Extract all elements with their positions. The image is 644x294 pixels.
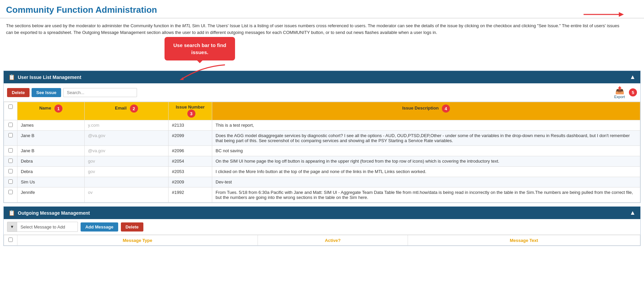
col-header-email: Email 2 xyxy=(85,102,169,120)
tooltip-bubble: Use search bar to find issues. xyxy=(165,37,235,60)
row-checkbox[interactable] xyxy=(8,148,13,153)
col-header-issue-desc: Issue Description 4 xyxy=(212,102,640,120)
issue-table-header-row: Name 1 Email 2 Issue Number 3 Issue Desc… xyxy=(4,102,640,120)
svg-marker-1 xyxy=(619,12,624,17)
issue-table-body: James y.com #2133 This is a test report,… xyxy=(4,120,640,203)
col-header-name: Name 1 xyxy=(17,102,85,120)
row-name: Jane B xyxy=(17,146,85,156)
row-issue-number: #2054 xyxy=(169,156,212,167)
row-issue-desc: From Tues. 5/18 from 6:30a Pacific with … xyxy=(212,187,640,203)
page-title: Community Function Administration xyxy=(6,5,638,15)
row-issue-number: #2099 xyxy=(169,131,212,146)
outgoing-panel: 📋 Outgoing Message Management ▲ ▼ Select… xyxy=(3,206,641,246)
user-issue-panel-title: User Issue List Management xyxy=(18,75,81,80)
row-issue-number: #2053 xyxy=(169,167,212,177)
row-name: James xyxy=(17,120,85,131)
table-row: Debra gov #2054 On the SIM UI home page … xyxy=(4,156,640,167)
row-issue-number: #1992 xyxy=(169,187,212,203)
delete-button[interactable]: Delete xyxy=(7,88,30,97)
step-2-badge: 2 xyxy=(130,104,138,113)
search-input[interactable] xyxy=(63,88,137,97)
issue-table: Name 1 Email 2 Issue Number 3 Issue Desc… xyxy=(4,102,640,203)
panel-header-left: 📋 User Issue List Management xyxy=(8,74,81,80)
outgoing-collapse-btn[interactable]: ▲ xyxy=(630,209,636,216)
outgoing-table-wrapper: Message Type Active? Message Text xyxy=(4,235,640,246)
page-header: Community Function Administration xyxy=(0,0,644,18)
row-name: Jennife xyxy=(17,187,85,203)
export-button[interactable]: 📤 Export xyxy=(614,86,625,99)
row-issue-desc: I clicked on the More Info button at the… xyxy=(212,167,640,177)
outgoing-col-message-type: Message Type xyxy=(17,235,258,246)
outgoing-panel-icon: 📋 xyxy=(8,210,15,216)
tooltip-arrow-icon xyxy=(175,63,235,81)
row-checkbox-cell xyxy=(4,156,17,167)
page-description: The sections below are used by the moder… xyxy=(0,18,631,40)
row-checkbox-cell xyxy=(4,167,17,177)
row-issue-number: #2133 xyxy=(169,120,212,131)
row-issue-desc: On the SIM UI home page the log off butt… xyxy=(212,156,640,167)
row-issue-number: #2009 xyxy=(169,177,212,187)
outgoing-table: Message Type Active? Message Text xyxy=(4,235,640,246)
step-1-badge: 1 xyxy=(54,104,62,113)
table-row: Jane B @va.gov #2096 BC not saving xyxy=(4,146,640,156)
outgoing-col-message-text: Message Text xyxy=(408,235,640,246)
table-row: Sim Us #2009 Dev-test xyxy=(4,177,640,187)
row-checkbox-cell xyxy=(4,131,17,146)
table-row: Debra gov #2053 I clicked on the More In… xyxy=(4,167,640,177)
row-checkbox[interactable] xyxy=(8,159,13,163)
user-issue-toolbar: Delete See Issue 📤 Export 5 xyxy=(4,83,640,102)
outgoing-select-all[interactable] xyxy=(8,238,13,242)
row-checkbox-cell xyxy=(4,187,17,203)
user-issue-panel-header: 📋 User Issue List Management ▲ xyxy=(4,71,640,83)
row-name: Jane B xyxy=(17,131,85,146)
step-4-badge: 4 xyxy=(442,104,450,113)
user-issue-panel: 📋 User Issue List Management ▲ Delete Se… xyxy=(3,71,641,203)
select-all-checkbox[interactable] xyxy=(8,104,13,109)
see-issue-button[interactable]: See Issue xyxy=(32,88,61,97)
outgoing-delete-button[interactable]: Delete xyxy=(121,222,143,232)
row-email xyxy=(85,177,169,187)
row-email: gov xyxy=(85,167,169,177)
user-issue-panel-icon: 📋 xyxy=(8,74,15,80)
select-message-text[interactable]: Select Message to Add xyxy=(17,222,78,232)
row-email: @va.gov xyxy=(85,131,169,146)
row-checkbox-cell xyxy=(4,146,17,156)
table-row: James y.com #2133 This is a test report, xyxy=(4,120,640,131)
outgoing-table-header-row: Message Type Active? Message Text xyxy=(4,235,640,246)
row-checkbox[interactable] xyxy=(8,123,13,127)
row-checkbox[interactable] xyxy=(8,179,13,184)
outgoing-col-check xyxy=(4,235,17,246)
select-message-wrapper: ▼ Select Message to Add xyxy=(7,222,78,232)
outgoing-panel-header-left: 📋 Outgoing Message Management xyxy=(8,210,90,216)
row-email: ov xyxy=(85,187,169,203)
row-checkbox[interactable] xyxy=(8,190,13,194)
issue-table-wrapper: Name 1 Email 2 Issue Number 3 Issue Desc… xyxy=(4,102,640,203)
page-container: Community Function Administration The se… xyxy=(0,0,644,294)
step-5-badge: 5 xyxy=(629,88,637,96)
table-row: Jane B @va.gov #2099 Does the AGG model … xyxy=(4,131,640,146)
row-checkbox[interactable] xyxy=(8,133,13,137)
table-row: Jennife ov #1992 From Tues. 5/18 from 6:… xyxy=(4,187,640,203)
col-header-check xyxy=(4,102,17,120)
row-email: gov xyxy=(85,156,169,167)
export-icon: 📤 xyxy=(615,86,624,95)
row-issue-number: #2096 xyxy=(169,146,212,156)
row-name: Debra xyxy=(17,156,85,167)
row-checkbox[interactable] xyxy=(8,169,13,173)
row-issue-desc: Dev-test xyxy=(212,177,640,187)
outgoing-col-active: Active? xyxy=(258,235,408,246)
add-message-button[interactable]: Add Message xyxy=(81,222,118,232)
row-email: y.com xyxy=(85,120,169,131)
user-issue-collapse-btn[interactable]: ▲ xyxy=(630,74,636,81)
row-checkbox-cell xyxy=(4,177,17,187)
step-3-badge: 3 xyxy=(187,110,195,118)
col-header-issue-number: Issue Number 3 xyxy=(169,102,212,120)
export-label: Export xyxy=(614,95,625,99)
row-issue-desc: This is a test report, xyxy=(212,120,640,131)
row-name: Sim Us xyxy=(17,177,85,187)
outgoing-panel-title: Outgoing Message Management xyxy=(18,210,90,216)
row-email: @va.gov xyxy=(85,146,169,156)
tooltip-area: Use search bar to find issues. xyxy=(0,40,644,71)
row-issue-desc: BC not saving xyxy=(212,146,640,156)
select-message-arrow[interactable]: ▼ xyxy=(7,222,17,232)
